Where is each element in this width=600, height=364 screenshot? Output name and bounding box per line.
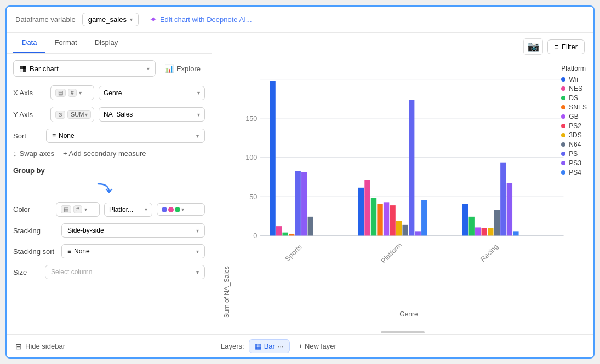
bar-racing-3ds (488, 228, 493, 236)
bar-racing-wii (462, 204, 468, 236)
bar-racing-gb (475, 227, 481, 235)
sort-icon: ≡ (67, 247, 71, 255)
chevron-down-icon: ▾ (147, 66, 150, 72)
color-type-badge: # (73, 205, 82, 213)
color-label: Color (13, 205, 52, 213)
bar-chart-layer-icon: ▦ (255, 342, 261, 350)
y-axis-column-select[interactable]: NA_Sales ▾ (99, 107, 205, 122)
color-column-select[interactable]: Platfor... ▾ (104, 203, 152, 217)
y-axis-row: Y Axis ⊙ SUM ▾ NA_Sales ▾ (13, 107, 205, 122)
x-axis-icon: ▤ (55, 89, 66, 97)
chevron-down-icon: ▾ (181, 206, 184, 212)
stacking-sort-select[interactable]: ≡ None ▾ (61, 244, 205, 258)
legend-n64: N64 (561, 141, 587, 148)
scrollbar[interactable] (381, 331, 425, 333)
bar-platform-ps3 (415, 231, 421, 235)
add-secondary-button[interactable]: + Add secondary measure (63, 149, 146, 158)
y-axis-agg-badge[interactable]: SUM ▾ (67, 110, 91, 119)
y-axis-icon: ⊙ (55, 111, 65, 119)
stacking-value: Side-by-side (67, 227, 104, 234)
hide-sidebar-label: Hide sidebar (25, 342, 65, 350)
legend-dot-nes (561, 86, 565, 91)
stacking-label: Stacking (13, 227, 57, 235)
chevron-down-icon: ▾ (79, 90, 82, 96)
filter-label: Filter (562, 43, 578, 51)
bar-racing-ps3 (507, 183, 512, 236)
x-axis-label: X Axis (13, 89, 46, 97)
size-placeholder: Select column (51, 268, 92, 276)
ellipsis-icon: ··· (278, 342, 284, 350)
legend-title: Platform (561, 65, 587, 72)
legend-dot-snes (561, 105, 565, 109)
sidebar-icon: ⊟ (15, 342, 22, 351)
legend-label-ps2: PS2 (569, 122, 581, 130)
x-axis-row: X Axis ▤ # ▾ Genre ▾ (13, 85, 205, 100)
chevron-down-icon: ▾ (84, 206, 87, 212)
chart-type-select[interactable]: ▦ Bar chart ▾ (13, 60, 156, 77)
variable-value: game_sales (88, 15, 127, 24)
explore-label: Explore (176, 65, 201, 73)
swap-axes-button[interactable]: ↕ Swap axes (13, 149, 54, 158)
x-axis-column-select[interactable]: Genre ▾ (99, 86, 205, 100)
tab-format[interactable]: Format (45, 33, 85, 53)
legend-dot-n64 (561, 142, 565, 147)
ai-edit-label: Edit chart with Deepnote AI... (160, 15, 252, 24)
stacking-select[interactable]: Side-by-side ▾ (61, 223, 205, 238)
chevron-down-icon: ▾ (196, 228, 199, 234)
legend-wii: Wii (561, 76, 587, 83)
ai-edit-button[interactable]: ✦ Edit chart with Deepnote AI... (145, 12, 256, 27)
legend-label-nes: NES (569, 85, 582, 93)
legend-nes: NES (561, 85, 587, 93)
chevron-down-icon: ▾ (130, 16, 133, 22)
ai-icon: ✦ (150, 14, 157, 25)
bar-platform-ps4 (421, 200, 427, 236)
chevron-down-icon: ▾ (145, 206, 147, 212)
sidebar: Data Format Display ▦ Bar chart ▾ 📊 Expl… (7, 33, 212, 334)
size-select[interactable]: Select column ▾ (45, 265, 205, 279)
y-axis-value: NA_Sales (104, 111, 133, 118)
bar-sports-snes (289, 234, 294, 235)
x-axis-select[interactable]: ▤ # ▾ (50, 85, 94, 100)
chart-wrapper: Sum of NA_Sales 0 5 (212, 60, 593, 329)
sort-select[interactable]: ≡ None ▾ (46, 129, 205, 143)
explore-button[interactable]: 📊 Explore (160, 61, 205, 76)
bar-layer-button[interactable]: ▦ Bar ··· (249, 339, 290, 353)
stacking-sort-value: None (74, 247, 90, 255)
color-type-select[interactable]: ▤ # ▾ (56, 202, 100, 217)
main-content: Data Format Display ▦ Bar chart ▾ 📊 Expl… (7, 33, 593, 334)
y-axis-agg-select[interactable]: ⊙ SUM ▾ (50, 107, 94, 122)
color-icon: ▤ (61, 205, 71, 213)
sort-row: Sort ≡ None ▾ (13, 129, 205, 143)
sort-value: None (59, 132, 75, 140)
color-dot-3 (175, 207, 180, 212)
bottom-bar: ⊟ Hide sidebar Layers: ▦ Bar ··· + New l… (7, 334, 593, 357)
legend-label-ps: PS (569, 150, 578, 158)
chevron-down-icon: ▾ (197, 112, 200, 118)
legend-ps3: PS3 (561, 159, 587, 167)
hide-sidebar-button[interactable]: ⊟ Hide sidebar (7, 336, 212, 357)
bar-sports-ds (282, 233, 288, 236)
svg-text:Racing: Racing (479, 242, 500, 263)
tab-display[interactable]: Display (86, 33, 127, 53)
bar-racing-ds (469, 217, 475, 236)
x-axis-chart-label: Genre (235, 310, 582, 318)
stacking-sort-row: Stacking sort ≡ None ▾ (13, 244, 205, 258)
size-row: Size Select column ▾ (13, 265, 205, 279)
variable-select[interactable]: game_sales ▾ (82, 13, 139, 26)
legend-gb: GB (561, 113, 587, 120)
camera-icon[interactable]: 📷 (523, 38, 543, 55)
legend-dot-ds (561, 96, 565, 100)
legend-label-snes: SNES (569, 103, 587, 111)
bar-platform-wii (358, 188, 364, 236)
filter-button[interactable]: ≡ Filter (547, 39, 585, 54)
legend-dot-wii (561, 77, 565, 82)
color-palette-select[interactable]: ▾ (157, 203, 205, 216)
chevron-down-icon: ▾ (197, 90, 200, 96)
bar-platform-n64 (402, 225, 408, 236)
svg-text:100: 100 (245, 154, 257, 161)
tab-data[interactable]: Data (13, 33, 45, 53)
legend-dot-ps3 (561, 161, 565, 165)
stacking-row: Stacking Side-by-side ▾ (13, 223, 205, 238)
sort-icon: ≡ (52, 132, 56, 140)
new-layer-button[interactable]: + New layer (294, 340, 341, 353)
